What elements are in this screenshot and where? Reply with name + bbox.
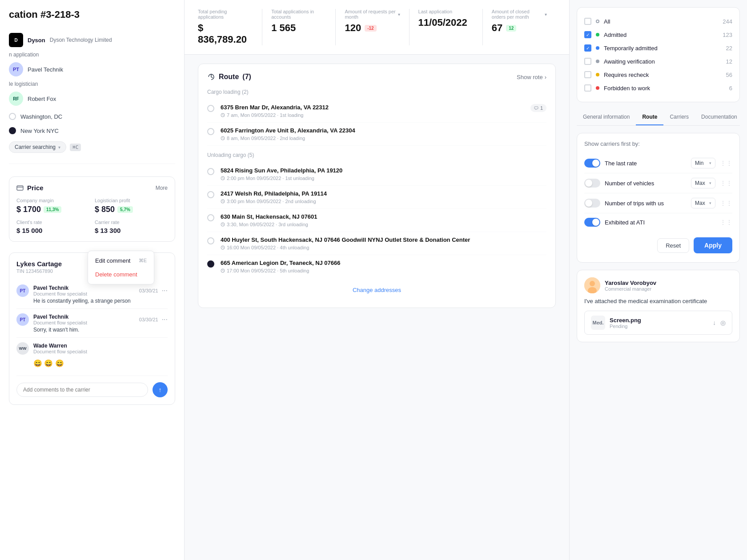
company-row: D Dyson Dyson Technology Limited <box>0 29 184 51</box>
drag-handle-0[interactable]: ⋮⋮ <box>720 160 732 167</box>
tab-general-information[interactable]: General information <box>577 109 636 125</box>
keyboard-shortcut: ⌘C <box>70 144 81 151</box>
filter-item-all: All 244 <box>584 15 732 28</box>
bc-text: I've attached the medical examination ce… <box>584 298 732 304</box>
bc-avatar <box>584 277 600 293</box>
carrier-status-badge[interactable]: Carrier searching ▾ <box>9 141 66 153</box>
stop-address-4: 630 Main St, Hackensack, NJ 07601 <box>221 213 546 220</box>
contact2-name: Robert Fox <box>28 96 56 102</box>
comment2-menu-button[interactable]: ··· <box>162 316 168 324</box>
filter-label-temp-admitted: Temporarily admitted <box>604 45 722 52</box>
toggle-trips[interactable] <box>584 199 600 208</box>
download-icon[interactable]: ↓ <box>713 319 716 326</box>
company-sub: Dyson Technology Limited <box>50 37 112 43</box>
application-label-row: n application <box>0 51 184 59</box>
delete-comment-button[interactable]: Delete comment <box>88 268 154 281</box>
route-count: (7) <box>242 73 251 81</box>
stop-indicator-4 <box>207 214 214 221</box>
comment-icon-0 <box>534 106 538 110</box>
filter-dot-admitted <box>596 33 599 36</box>
stop-row-2: 5824 Rising Sun Ave, Philadelphia, PA 19… <box>207 163 546 186</box>
tab-carriers[interactable]: Carriers <box>663 109 695 125</box>
select-vehicles[interactable]: Max ▾ <box>691 178 715 188</box>
tab-documentation[interactable]: Documentation <box>695 109 743 125</box>
filter-count-all: 244 <box>723 18 732 25</box>
clock-icon-1 <box>221 136 225 140</box>
filter-checkbox-admitted[interactable]: ✓ <box>584 31 591 38</box>
stat-item-1: Total applications in accounts 1 565 <box>262 9 336 45</box>
clock-icon-3 <box>221 199 225 204</box>
logistician-profit-badge: 5,7% <box>117 206 133 213</box>
toggle-row-1: Number of vehicles Max ▾ ⋮⋮ <box>584 173 732 193</box>
stop-row-4: 630 Main St, Hackensack, NJ 07601 3:30, … <box>207 209 546 232</box>
company-margin-value: $ 1700 11,3% <box>16 205 89 214</box>
company-margin-cell: Company margin $ 1700 11,3% <box>16 198 89 214</box>
stat-label-2: Amount of requests per month ▾ <box>345 9 400 20</box>
application-label: n application <box>9 52 39 58</box>
reset-button[interactable]: Reset <box>657 238 689 253</box>
filter-checkbox-forbidden[interactable] <box>584 84 591 92</box>
filter-checkbox-temp-admitted[interactable]: ✓ <box>584 44 591 52</box>
company-name: Dyson <box>28 37 45 44</box>
drag-handle-2[interactable]: ⋮⋮ <box>720 200 732 207</box>
stop-indicator-5 <box>207 237 214 244</box>
filter-item-forbidden: Forbidden to work 6 <box>584 81 732 95</box>
send-comment-button[interactable]: ↑ <box>153 382 168 397</box>
price-more-button[interactable]: More <box>156 185 168 191</box>
select-trips[interactable]: Max ▾ <box>691 198 715 208</box>
edit-comment-button[interactable]: Edit comment ⌘E <box>88 254 154 268</box>
clock-icon-5 <box>221 245 225 250</box>
stop-time-6: 17:00 Mon 09/05/2022 · 5th unloading <box>221 268 546 273</box>
filter-checkbox-all[interactable] <box>584 18 591 25</box>
toggle-last-rate[interactable] <box>584 159 600 168</box>
filter-count-temp-admitted: 22 <box>726 45 732 52</box>
chevron-down-icon: ▾ <box>58 145 60 150</box>
stop-address-3: 2417 Welsh Rd, Philadelphia, PA 19114 <box>221 190 546 197</box>
tab-route[interactable]: Route <box>636 109 663 125</box>
show-route-button[interactable]: Show rote › <box>517 74 546 80</box>
drag-handle-1[interactable]: ⋮⋮ <box>720 180 732 187</box>
bottom-comment-card: Yaroslav Vorobyov Commercial manager I'v… <box>577 270 740 342</box>
filter-item-admitted: ✓ Admitted 123 <box>584 28 732 41</box>
comment1-menu-button[interactable]: ··· <box>162 287 168 295</box>
bc-attachment-info: Screen.png Pending <box>610 317 708 329</box>
stop-time-4: 3:30, Mon 09/05/2022 · 3rd unloading <box>221 222 546 227</box>
stop-info-3: 2417 Welsh Rd, Philadelphia, PA 19114 3:… <box>221 190 546 204</box>
comment-input[interactable] <box>16 383 148 397</box>
comment-input-row: ↑ <box>16 382 168 397</box>
company-avatar: D <box>9 33 23 47</box>
toggle-vehicles[interactable] <box>584 179 600 188</box>
stop-address-5: 400 Huyler St, South Hackensack, NJ 0764… <box>221 236 546 243</box>
clock-icon-2 <box>221 176 225 180</box>
logistician-label-row: le logistician <box>0 80 184 88</box>
apply-button[interactable]: Apply <box>694 237 732 253</box>
drag-handle-3[interactable]: ⋮⋮ <box>720 219 732 226</box>
clock-icon-4 <box>221 222 225 227</box>
page-title: cation #3-218-3 <box>0 9 184 29</box>
carrier-status-row: Carrier searching ▾ ⌘C <box>0 138 184 156</box>
toggle-knob-2 <box>585 200 592 207</box>
change-addresses-button[interactable]: Change addresses <box>207 281 546 299</box>
bc-attachment-name: Screen.png <box>610 317 708 324</box>
stop-time-0: 7 am, Mon 09/05/2022 · 1st loading <box>221 112 524 118</box>
comment1-meta: Pavel Technik Document flow specialist 0… <box>33 284 168 304</box>
filter-label-recheck: Requires recheck <box>604 72 722 78</box>
select-last-rate[interactable]: Min ▾ <box>691 158 715 168</box>
route-card: Route (7) Show rote › Cargo loading (2) … <box>198 64 556 308</box>
toggle-knob-0 <box>592 160 599 167</box>
stop-info-5: 400 Huyler St, South Hackensack, NJ 0764… <box>221 236 546 250</box>
chevron-select-2: ▾ <box>709 201 711 205</box>
toggle-ati[interactable] <box>584 218 600 227</box>
filter-checkbox-recheck[interactable] <box>584 71 591 78</box>
filter-checkbox-awaiting[interactable] <box>584 58 591 65</box>
comment3-name: Wade Warren <box>33 343 67 349</box>
filter-label-all: All <box>604 18 718 25</box>
contact1-avatar: PT <box>9 62 23 76</box>
preview-icon[interactable]: ◎ <box>720 319 726 326</box>
comment1-name: Pavel Technik <box>33 285 68 291</box>
stat-value-4: 67 12 <box>492 22 547 34</box>
comment2-text: Sorry, it wasn't him. <box>33 327 168 333</box>
filter-count-admitted: 123 <box>723 32 732 38</box>
clients-rate-value: $ 15 000 <box>16 227 89 234</box>
location2-indicator <box>9 127 16 134</box>
